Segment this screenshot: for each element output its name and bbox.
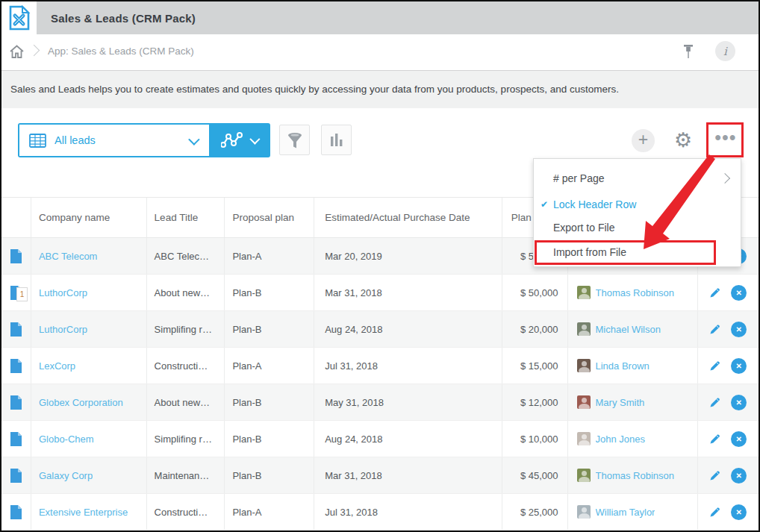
pencil-icon — [709, 433, 721, 445]
view-selector: All leads — [18, 123, 270, 157]
company-link[interactable]: ABC Telecom — [39, 251, 98, 262]
breadcrumb-separator-icon — [28, 45, 40, 57]
page-title: Sales & Leads (CRM Pack) — [51, 12, 196, 25]
owner-link[interactable]: Thomas Robinson — [596, 470, 675, 481]
delete-button[interactable] — [731, 358, 747, 374]
table-row: Globo-Chem Simplifing r… Plan-B Aug 24, … — [1, 421, 759, 457]
pencil-icon — [709, 360, 721, 372]
avatar — [577, 505, 591, 519]
owner-link[interactable]: Thomas Robinson — [596, 287, 675, 298]
more-options-menu: # per Page Lock Header Row Export to Fil… — [533, 158, 741, 267]
owner-link[interactable]: Michael Wilson — [596, 324, 661, 335]
edit-button[interactable] — [709, 433, 721, 445]
purchase-date-cell: Mar 20, 2019 — [314, 238, 502, 274]
home-icon[interactable] — [10, 45, 24, 58]
table-row: Galaxy Corp Maintenan… Plan-B Mar 31, 20… — [1, 457, 759, 494]
column-header-company[interactable]: Company name — [31, 198, 147, 237]
edit-button[interactable] — [709, 506, 721, 518]
breadcrumb-bar: App: Sales & Leads (CRM Pack) i — [1, 34, 759, 70]
lead-title-cell: Constructi… — [147, 348, 225, 384]
purchase-date-cell: Mar 31, 2018 — [314, 457, 502, 493]
delete-button[interactable] — [731, 468, 747, 484]
filter-funnel-icon — [287, 132, 303, 148]
record-document-icon[interactable] — [10, 505, 22, 519]
column-header-proposal-plan[interactable]: Proposal plan — [225, 198, 314, 237]
info-icon[interactable]: i — [715, 41, 735, 61]
company-link[interactable]: LuthorCorp — [39, 324, 87, 335]
delete-button[interactable] — [731, 504, 747, 520]
edit-button[interactable] — [709, 396, 721, 408]
settings-gear-button[interactable] — [672, 128, 694, 153]
owner-link[interactable]: Mary Smith — [596, 397, 645, 408]
lead-title-cell: Simplifing r… — [147, 311, 225, 347]
purchase-date-cell: Aug 24, 2018 — [314, 311, 502, 347]
purchase-date-cell: Aug 24, 2018 — [314, 421, 502, 457]
delete-button[interactable] — [731, 285, 747, 301]
amount-cell: $ 20,000 — [502, 311, 568, 347]
lead-title-cell: Maintenan… — [147, 457, 225, 493]
more-options-button[interactable] — [714, 129, 738, 151]
record-document-icon[interactable] — [10, 469, 22, 483]
proposal-plan-cell: Plan-B — [225, 457, 314, 493]
view-selector-dropdown[interactable]: All leads — [19, 125, 209, 156]
table-row: LuthorCorp Simplifing r… Plan-B Aug 24, … — [1, 311, 759, 348]
bar-chart-icon — [329, 133, 344, 148]
company-link[interactable]: Galaxy Corp — [39, 470, 93, 481]
edit-button[interactable] — [709, 323, 721, 335]
proposal-plan-cell: Plan-A — [225, 348, 314, 384]
filter-button[interactable] — [279, 125, 310, 155]
delete-button[interactable] — [731, 431, 747, 447]
company-link[interactable]: LexCorp — [39, 360, 75, 372]
delete-button[interactable] — [731, 322, 747, 337]
edit-button[interactable] — [709, 287, 721, 298]
record-document-icon[interactable] — [10, 359, 22, 373]
pencil-icon — [709, 469, 721, 481]
submenu-chevron-icon — [720, 173, 730, 184]
pencil-icon — [709, 396, 721, 408]
table-body: ABC Telecom ABC Telec… Plan-A Mar 20, 20… — [1, 238, 759, 531]
menu-item-per-page[interactable]: # per Page — [534, 167, 741, 190]
bar-chart-button[interactable] — [321, 125, 352, 155]
table-row: Extensive Enterprise Constructi… Plan-A … — [1, 494, 759, 531]
owner-link[interactable]: Linda Brown — [596, 360, 650, 372]
app-logo[interactable] — [1, 1, 37, 34]
add-record-button[interactable] — [632, 129, 655, 152]
table-row: Globex Corporation About new… Plan-B May… — [1, 384, 759, 421]
document-x-icon — [8, 5, 31, 31]
purchase-date-cell: Jul 31, 2018 — [314, 494, 502, 530]
pin-icon[interactable] — [681, 44, 696, 60]
owner-link[interactable]: William Taylor — [596, 507, 655, 518]
table-row: LexCorp Constructi… Plan-A Jul 31, 2018 … — [1, 348, 759, 384]
lead-title-cell: About new… — [147, 275, 225, 310]
amount-cell: $ 15,000 — [502, 348, 568, 384]
lead-title-cell: About new… — [147, 384, 225, 420]
table-view-icon — [29, 134, 46, 148]
company-link[interactable]: LuthorCorp — [39, 287, 87, 298]
menu-item-import-from-file[interactable]: Import from File — [534, 241, 741, 263]
column-header-lead-title[interactable]: Lead Title — [147, 198, 225, 237]
purchase-date-cell: Mar 31, 2018 — [314, 275, 502, 310]
record-document-icon[interactable] — [10, 249, 22, 263]
record-document-icon[interactable] — [10, 395, 22, 410]
chart-view-toggle[interactable] — [209, 125, 269, 156]
edit-button[interactable] — [709, 469, 721, 481]
amount-cell: $ 25,000 — [502, 494, 568, 530]
company-link[interactable]: Globo-Chem — [39, 434, 94, 445]
menu-item-export-to-file[interactable]: Export to File — [534, 216, 741, 239]
company-link[interactable]: Extensive Enterprise — [39, 507, 128, 518]
delete-button[interactable] — [731, 395, 747, 410]
menu-item-lock-header-row[interactable]: Lock Header Row — [534, 193, 741, 216]
company-link[interactable]: Globex Corporation — [39, 397, 123, 408]
edit-button[interactable] — [709, 360, 721, 372]
amount-cell: $ 50,000 — [502, 275, 568, 310]
avatar — [577, 395, 591, 409]
avatar — [577, 432, 591, 445]
record-document-icon[interactable] — [10, 322, 22, 337]
proposal-plan-cell: Plan-B — [225, 384, 314, 420]
checkmark-icon — [541, 199, 548, 210]
column-header-purchase-date[interactable]: Estimated/Actual Purchase Date — [314, 198, 502, 237]
table-row: 1 LuthorCorp About new… Plan-B Mar 31, 2… — [1, 275, 759, 311]
record-document-icon[interactable] — [10, 432, 22, 446]
owner-link[interactable]: John Jones — [596, 434, 646, 445]
current-view-label: All leads — [54, 134, 96, 146]
